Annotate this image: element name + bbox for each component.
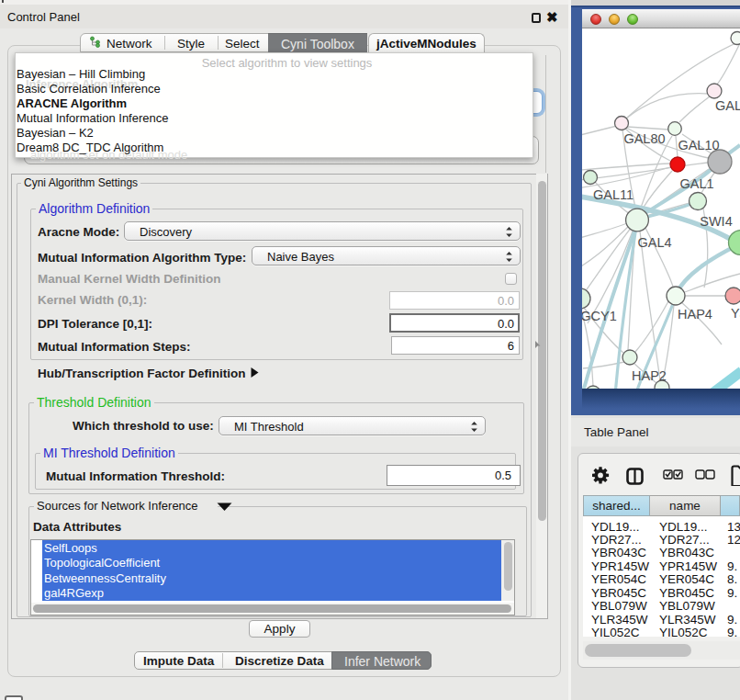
svg-text:GAL11: GAL11 [593,187,633,202]
svg-text:GAL4: GAL4 [637,235,671,250]
svg-text:GAL7: GAL7 [715,98,740,113]
svg-text:SWI4: SWI4 [700,214,732,229]
svg-text:YJ: YJ [731,306,740,321]
svg-text:GAL1: GAL1 [679,176,713,191]
svg-text:GCY1: GCY1 [582,309,617,323]
svg-text:GAL10: GAL10 [678,138,719,152]
svg-text:GAL80: GAL80 [623,131,665,146]
svg-text:HAP2: HAP2 [632,368,667,383]
svg-text:HAP4: HAP4 [678,307,712,322]
